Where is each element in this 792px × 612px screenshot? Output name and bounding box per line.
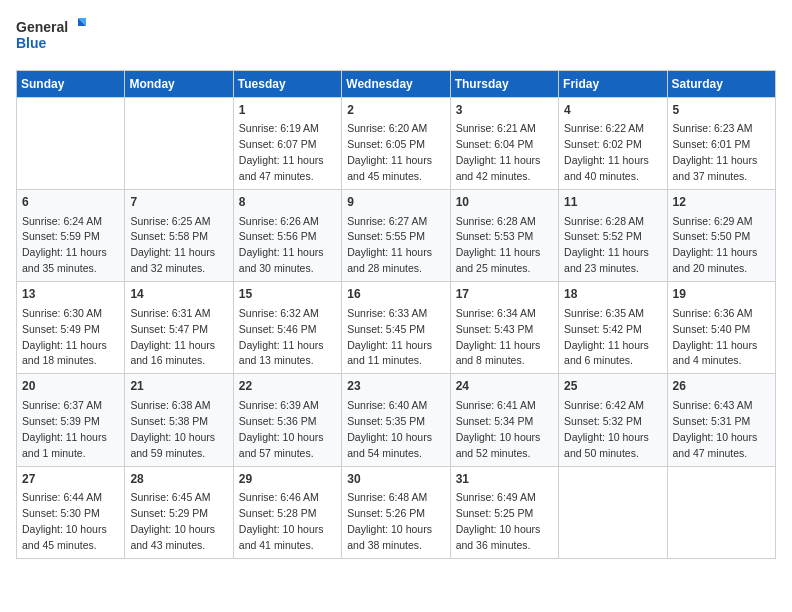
day-info: Sunrise: 6:38 AMSunset: 5:38 PMDaylight:… xyxy=(130,399,215,459)
day-number: 21 xyxy=(130,378,227,395)
calendar-cell xyxy=(17,98,125,190)
day-number: 4 xyxy=(564,102,661,119)
day-info: Sunrise: 6:41 AMSunset: 5:34 PMDaylight:… xyxy=(456,399,541,459)
day-info: Sunrise: 6:35 AMSunset: 5:42 PMDaylight:… xyxy=(564,307,649,367)
day-info: Sunrise: 6:28 AMSunset: 5:53 PMDaylight:… xyxy=(456,215,541,275)
page-header: General Blue xyxy=(16,16,776,58)
day-number: 19 xyxy=(673,286,770,303)
calendar-table: SundayMondayTuesdayWednesdayThursdayFrid… xyxy=(16,70,776,559)
calendar-cell: 8Sunrise: 6:26 AMSunset: 5:56 PMDaylight… xyxy=(233,190,341,282)
day-number: 2 xyxy=(347,102,444,119)
day-number: 5 xyxy=(673,102,770,119)
weekday-header-thursday: Thursday xyxy=(450,71,558,98)
day-number: 26 xyxy=(673,378,770,395)
calendar-cell: 18Sunrise: 6:35 AMSunset: 5:42 PMDayligh… xyxy=(559,282,667,374)
calendar-cell: 26Sunrise: 6:43 AMSunset: 5:31 PMDayligh… xyxy=(667,374,775,466)
calendar-cell: 21Sunrise: 6:38 AMSunset: 5:38 PMDayligh… xyxy=(125,374,233,466)
day-number: 30 xyxy=(347,471,444,488)
weekday-header-wednesday: Wednesday xyxy=(342,71,450,98)
calendar-cell: 27Sunrise: 6:44 AMSunset: 5:30 PMDayligh… xyxy=(17,466,125,558)
day-number: 18 xyxy=(564,286,661,303)
day-number: 16 xyxy=(347,286,444,303)
calendar-cell: 7Sunrise: 6:25 AMSunset: 5:58 PMDaylight… xyxy=(125,190,233,282)
day-info: Sunrise: 6:45 AMSunset: 5:29 PMDaylight:… xyxy=(130,491,215,551)
day-info: Sunrise: 6:49 AMSunset: 5:25 PMDaylight:… xyxy=(456,491,541,551)
calendar-cell: 30Sunrise: 6:48 AMSunset: 5:26 PMDayligh… xyxy=(342,466,450,558)
day-number: 31 xyxy=(456,471,553,488)
day-info: Sunrise: 6:37 AMSunset: 5:39 PMDaylight:… xyxy=(22,399,107,459)
calendar-cell: 19Sunrise: 6:36 AMSunset: 5:40 PMDayligh… xyxy=(667,282,775,374)
weekday-header-tuesday: Tuesday xyxy=(233,71,341,98)
calendar-cell: 3Sunrise: 6:21 AMSunset: 6:04 PMDaylight… xyxy=(450,98,558,190)
calendar-cell: 31Sunrise: 6:49 AMSunset: 5:25 PMDayligh… xyxy=(450,466,558,558)
day-info: Sunrise: 6:34 AMSunset: 5:43 PMDaylight:… xyxy=(456,307,541,367)
calendar-cell: 25Sunrise: 6:42 AMSunset: 5:32 PMDayligh… xyxy=(559,374,667,466)
calendar-cell: 23Sunrise: 6:40 AMSunset: 5:35 PMDayligh… xyxy=(342,374,450,466)
weekday-header-saturday: Saturday xyxy=(667,71,775,98)
day-info: Sunrise: 6:24 AMSunset: 5:59 PMDaylight:… xyxy=(22,215,107,275)
day-info: Sunrise: 6:25 AMSunset: 5:58 PMDaylight:… xyxy=(130,215,215,275)
day-info: Sunrise: 6:44 AMSunset: 5:30 PMDaylight:… xyxy=(22,491,107,551)
day-info: Sunrise: 6:43 AMSunset: 5:31 PMDaylight:… xyxy=(673,399,758,459)
calendar-cell: 16Sunrise: 6:33 AMSunset: 5:45 PMDayligh… xyxy=(342,282,450,374)
calendar-cell xyxy=(667,466,775,558)
day-number: 22 xyxy=(239,378,336,395)
day-info: Sunrise: 6:32 AMSunset: 5:46 PMDaylight:… xyxy=(239,307,324,367)
day-number: 3 xyxy=(456,102,553,119)
calendar-cell: 5Sunrise: 6:23 AMSunset: 6:01 PMDaylight… xyxy=(667,98,775,190)
day-number: 9 xyxy=(347,194,444,211)
calendar-cell: 10Sunrise: 6:28 AMSunset: 5:53 PMDayligh… xyxy=(450,190,558,282)
day-number: 11 xyxy=(564,194,661,211)
logo: General Blue xyxy=(16,16,86,58)
calendar-cell: 15Sunrise: 6:32 AMSunset: 5:46 PMDayligh… xyxy=(233,282,341,374)
calendar-cell: 4Sunrise: 6:22 AMSunset: 6:02 PMDaylight… xyxy=(559,98,667,190)
day-info: Sunrise: 6:40 AMSunset: 5:35 PMDaylight:… xyxy=(347,399,432,459)
day-number: 20 xyxy=(22,378,119,395)
calendar-cell: 2Sunrise: 6:20 AMSunset: 6:05 PMDaylight… xyxy=(342,98,450,190)
day-info: Sunrise: 6:23 AMSunset: 6:01 PMDaylight:… xyxy=(673,122,758,182)
logo-svg: General Blue xyxy=(16,16,86,58)
day-info: Sunrise: 6:26 AMSunset: 5:56 PMDaylight:… xyxy=(239,215,324,275)
calendar-cell: 11Sunrise: 6:28 AMSunset: 5:52 PMDayligh… xyxy=(559,190,667,282)
calendar-cell: 24Sunrise: 6:41 AMSunset: 5:34 PMDayligh… xyxy=(450,374,558,466)
weekday-header-sunday: Sunday xyxy=(17,71,125,98)
day-info: Sunrise: 6:21 AMSunset: 6:04 PMDaylight:… xyxy=(456,122,541,182)
day-number: 25 xyxy=(564,378,661,395)
day-number: 28 xyxy=(130,471,227,488)
calendar-cell: 29Sunrise: 6:46 AMSunset: 5:28 PMDayligh… xyxy=(233,466,341,558)
calendar-cell: 6Sunrise: 6:24 AMSunset: 5:59 PMDaylight… xyxy=(17,190,125,282)
day-info: Sunrise: 6:19 AMSunset: 6:07 PMDaylight:… xyxy=(239,122,324,182)
day-info: Sunrise: 6:39 AMSunset: 5:36 PMDaylight:… xyxy=(239,399,324,459)
day-number: 14 xyxy=(130,286,227,303)
day-number: 12 xyxy=(673,194,770,211)
calendar-cell: 22Sunrise: 6:39 AMSunset: 5:36 PMDayligh… xyxy=(233,374,341,466)
day-number: 27 xyxy=(22,471,119,488)
calendar-cell: 14Sunrise: 6:31 AMSunset: 5:47 PMDayligh… xyxy=(125,282,233,374)
day-number: 15 xyxy=(239,286,336,303)
calendar-cell xyxy=(125,98,233,190)
day-number: 7 xyxy=(130,194,227,211)
calendar-cell xyxy=(559,466,667,558)
day-number: 10 xyxy=(456,194,553,211)
calendar-cell: 20Sunrise: 6:37 AMSunset: 5:39 PMDayligh… xyxy=(17,374,125,466)
day-number: 29 xyxy=(239,471,336,488)
calendar-cell: 1Sunrise: 6:19 AMSunset: 6:07 PMDaylight… xyxy=(233,98,341,190)
day-info: Sunrise: 6:33 AMSunset: 5:45 PMDaylight:… xyxy=(347,307,432,367)
day-info: Sunrise: 6:42 AMSunset: 5:32 PMDaylight:… xyxy=(564,399,649,459)
day-number: 1 xyxy=(239,102,336,119)
day-info: Sunrise: 6:27 AMSunset: 5:55 PMDaylight:… xyxy=(347,215,432,275)
day-number: 23 xyxy=(347,378,444,395)
day-number: 24 xyxy=(456,378,553,395)
weekday-header-monday: Monday xyxy=(125,71,233,98)
svg-text:Blue: Blue xyxy=(16,35,47,51)
day-number: 13 xyxy=(22,286,119,303)
calendar-cell: 17Sunrise: 6:34 AMSunset: 5:43 PMDayligh… xyxy=(450,282,558,374)
calendar-cell: 12Sunrise: 6:29 AMSunset: 5:50 PMDayligh… xyxy=(667,190,775,282)
day-number: 8 xyxy=(239,194,336,211)
day-info: Sunrise: 6:22 AMSunset: 6:02 PMDaylight:… xyxy=(564,122,649,182)
day-info: Sunrise: 6:46 AMSunset: 5:28 PMDaylight:… xyxy=(239,491,324,551)
calendar-cell: 28Sunrise: 6:45 AMSunset: 5:29 PMDayligh… xyxy=(125,466,233,558)
day-number: 6 xyxy=(22,194,119,211)
day-info: Sunrise: 6:36 AMSunset: 5:40 PMDaylight:… xyxy=(673,307,758,367)
day-number: 17 xyxy=(456,286,553,303)
